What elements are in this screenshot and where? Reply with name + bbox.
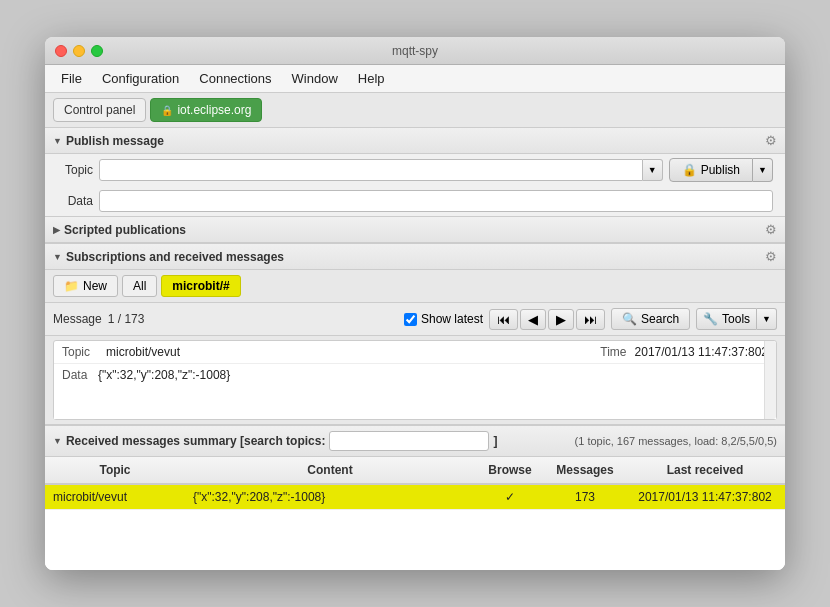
titlebar: mqtt-spy	[45, 37, 785, 65]
tab-all[interactable]: All	[122, 275, 157, 297]
th-browse: Browse	[475, 461, 545, 479]
topic-input[interactable]	[99, 159, 643, 181]
detail-topic-label: Topic	[62, 345, 98, 359]
tools-dropdown-btn[interactable]: ▼	[757, 308, 777, 330]
tab-iot[interactable]: 🔒 iot.eclipse.org	[150, 98, 262, 122]
show-latest-checkbox[interactable]	[404, 313, 417, 326]
menu-configuration[interactable]: Configuration	[94, 68, 187, 89]
tools-btn-group: 🔧 Tools ▼	[696, 308, 777, 330]
menu-window[interactable]: Window	[284, 68, 346, 89]
td-messages: 173	[545, 485, 625, 509]
gear-icon-scripted[interactable]: ⚙	[765, 222, 777, 237]
main-window: mqtt-spy File Configuration Connections …	[45, 37, 785, 570]
publish-section: ▼ Publish message ⚙ Topic ▼ 🔒 Publish ▼ …	[45, 128, 785, 217]
detail-topic-value: microbit/vevut	[106, 345, 592, 359]
show-latest-label: Show latest	[421, 312, 483, 326]
menu-file[interactable]: File	[53, 68, 90, 89]
th-topic: Topic	[45, 461, 185, 479]
topic-dropdown-btn[interactable]: ▼	[643, 159, 663, 181]
search-button[interactable]: 🔍 Search	[611, 308, 690, 330]
td-content: {"x":32,"y":208,"z":-1008}	[185, 485, 475, 509]
tools-button[interactable]: 🔧 Tools	[696, 308, 757, 330]
gear-icon-subscriptions[interactable]: ⚙	[765, 249, 777, 264]
data-input[interactable]	[99, 190, 773, 212]
table-header: Topic Content Browse Messages Last recei…	[45, 457, 785, 485]
th-lastreceived: Last received	[625, 461, 785, 479]
menu-help[interactable]: Help	[350, 68, 393, 89]
topic-label: Topic	[57, 163, 93, 177]
menubar: File Configuration Connections Window He…	[45, 65, 785, 93]
td-topic: microbit/vevut	[45, 485, 185, 509]
message-detail: Topic microbit/vevut Time 2017/01/13 11:…	[53, 340, 777, 420]
subscriptions-section-title: Subscriptions and received messages	[66, 250, 284, 264]
nav-buttons: ⏮ ◀ ▶ ⏭	[489, 309, 605, 330]
td-browse: ✓	[475, 485, 545, 509]
detail-data-label: Data	[62, 368, 98, 382]
summary-title-text: Received messages summary [search topics…	[66, 434, 325, 448]
publish-section-title: Publish message	[66, 134, 164, 148]
menu-connections[interactable]: Connections	[191, 68, 279, 89]
summary-header: ▼ Received messages summary [search topi…	[45, 425, 785, 457]
collapse-triangle-scripted: ▶	[53, 225, 60, 235]
tab-control-panel[interactable]: Control panel	[53, 98, 146, 122]
summary-section: ▼ Received messages summary [search topi…	[45, 425, 785, 570]
publish-section-header[interactable]: ▼ Publish message ⚙	[45, 128, 785, 154]
detail-scrollbar[interactable]	[764, 341, 776, 419]
message-counter: 1 / 173	[108, 312, 145, 326]
data-row: Data	[45, 186, 785, 216]
subscriptions-section: ▼ Subscriptions and received messages ⚙ …	[45, 244, 785, 425]
summary-filter-input[interactable]	[329, 431, 489, 451]
maximize-button[interactable]	[91, 45, 103, 57]
show-latest-wrap: Show latest	[404, 312, 483, 326]
scripted-section-title: Scripted publications	[64, 223, 186, 237]
subscription-toolbar: 📁 New All microbit/#	[45, 270, 785, 303]
tools-icon: 🔧	[703, 312, 718, 326]
publish-icon: 🔒	[682, 163, 697, 177]
tabs-bar: Control panel 🔒 iot.eclipse.org	[45, 93, 785, 128]
traffic-lights	[55, 45, 103, 57]
detail-time-value: 2017/01/13 11:47:37:802	[635, 345, 768, 359]
th-messages: Messages	[545, 461, 625, 479]
tab-microbit[interactable]: microbit/#	[161, 275, 240, 297]
data-label: Data	[57, 194, 93, 208]
minimize-button[interactable]	[73, 45, 85, 57]
th-content: Content	[185, 461, 475, 479]
summary-stats: (1 topic, 167 messages, load: 8,2/5,5/0,…	[575, 435, 777, 447]
detail-data-value: {"x":32,"y":208,"z":-1008}	[98, 368, 768, 382]
window-title: mqtt-spy	[392, 44, 438, 58]
nav-prev-button[interactable]: ◀	[520, 309, 546, 330]
publish-btn-group: 🔒 Publish ▼	[669, 158, 773, 182]
lock-icon: 🔒	[161, 105, 173, 116]
close-button[interactable]	[55, 45, 67, 57]
table-row[interactable]: microbit/vevut {"x":32,"y":208,"z":-1008…	[45, 485, 785, 510]
summary-table: Topic Content Browse Messages Last recei…	[45, 457, 785, 570]
folder-icon: 📁	[64, 279, 79, 293]
new-subscription-button[interactable]: 📁 New	[53, 275, 118, 297]
nav-last-button[interactable]: ⏭	[576, 309, 605, 330]
nav-first-button[interactable]: ⏮	[489, 309, 518, 330]
detail-topic-row: Topic microbit/vevut Time 2017/01/13 11:…	[54, 341, 776, 364]
detail-data-row: Data {"x":32,"y":208,"z":-1008}	[54, 364, 776, 419]
publish-dropdown-btn[interactable]: ▼	[753, 158, 773, 182]
scripted-section-header[interactable]: ▶ Scripted publications ⚙	[45, 217, 785, 243]
topic-row: Topic ▼ 🔒 Publish ▼	[45, 154, 785, 186]
message-label: Message	[53, 312, 102, 326]
gear-icon-publish[interactable]: ⚙	[765, 133, 777, 148]
binoculars-icon: 🔍	[622, 312, 637, 326]
scripted-section: ▶ Scripted publications ⚙	[45, 217, 785, 244]
td-lastreceived: 2017/01/13 11:47:37:802	[625, 485, 785, 509]
collapse-triangle-publish: ▼	[53, 136, 62, 146]
collapse-triangle-summary: ▼	[53, 436, 62, 446]
publish-button[interactable]: 🔒 Publish	[669, 158, 753, 182]
message-nav: Message 1 / 173 Show latest ⏮ ◀ ▶ ⏭ 🔍 Se…	[45, 303, 785, 336]
subscriptions-section-header[interactable]: ▼ Subscriptions and received messages ⚙	[45, 244, 785, 270]
topic-combo: ▼	[99, 159, 663, 181]
nav-next-button[interactable]: ▶	[548, 309, 574, 330]
collapse-triangle-subscriptions: ▼	[53, 252, 62, 262]
empty-table-area	[45, 510, 785, 570]
detail-time-label: Time	[600, 345, 626, 359]
